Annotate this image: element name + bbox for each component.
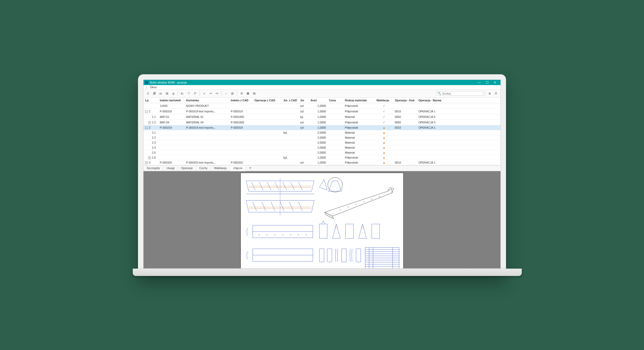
cell-op-kod xyxy=(393,155,417,160)
col-cena[interactable]: Cena xyxy=(328,98,343,103)
new-doc-icon[interactable]: 🗋 xyxy=(145,91,151,96)
grid-icon[interactable]: ▦ xyxy=(245,91,251,96)
table-row[interactable]: 2.42,0000Materiał▲ xyxy=(144,145,500,150)
expander-icon[interactable]: + xyxy=(145,161,148,164)
close-button[interactable]: ✕ xyxy=(491,81,499,84)
svg-point-25 xyxy=(379,196,380,197)
table-row[interactable]: 11843NOWY PRODUKTszt1,0000Półprodukt✓ xyxy=(144,103,500,108)
tab-operacje[interactable]: Operacje xyxy=(178,165,196,171)
cell-indeks-cad xyxy=(229,155,253,160)
warning-icon: ▲ xyxy=(382,131,385,134)
minimize-button[interactable]: — xyxy=(475,81,483,84)
col-walidacja[interactable]: Walidacja xyxy=(375,98,393,103)
table-row[interactable]: −2P-000319P-000319-test importu...P-0003… xyxy=(144,125,500,130)
cell-ilosc: 1,0000 xyxy=(309,103,328,108)
col-operacja-nazwa[interactable]: Operacja - Nazwa xyxy=(417,98,500,103)
maximize-button[interactable]: ☐ xyxy=(483,81,491,84)
table-row[interactable]: 2.22,0000Materiał▲ xyxy=(144,135,500,140)
cell-op-nazwa xyxy=(417,140,500,145)
table-row[interactable]: +2.6kpl.1,0000Półprodukt▲ xyxy=(144,155,500,160)
filter-icon[interactable]: ▽ xyxy=(186,91,192,96)
cell-cena xyxy=(328,130,343,135)
cell-jm: szt xyxy=(299,125,309,130)
cell-kartoteka: P-000319-test importu... xyxy=(185,125,229,130)
svg-line-13 xyxy=(262,202,266,211)
tab-cechy[interactable]: Cechy xyxy=(196,165,211,171)
cell-op-kod xyxy=(393,135,417,140)
menubar: | Okno xyxy=(144,85,500,90)
svg-rect-39 xyxy=(372,224,380,238)
tab-szczegoly[interactable]: Szczegóły xyxy=(144,165,163,171)
cell-jm: kg xyxy=(299,114,309,119)
cell-kartoteka xyxy=(185,130,229,135)
col-indeks-kartoteki[interactable]: Indeks kartoteki xyxy=(158,98,185,103)
svg-rect-45 xyxy=(356,249,361,262)
tab-uwagi[interactable]: Uwagi xyxy=(163,165,178,171)
table-row[interactable]: 2.52,0000Materiał▲ xyxy=(144,150,500,155)
print-icon[interactable]: 🖨 xyxy=(170,91,176,96)
col-lp[interactable]: Lp. xyxy=(144,98,158,103)
cell-ilosc: 1,0000 xyxy=(309,160,328,165)
tree-icon[interactable]: ⊟ xyxy=(239,91,244,96)
cell-jm-cad xyxy=(282,135,299,140)
svg-point-34 xyxy=(306,234,307,235)
cell-ilosc: 1,0000 xyxy=(309,125,328,130)
table-row[interactable]: −1P-000318P-000318-test importu...P-0003… xyxy=(144,108,500,114)
col-jm-z-cad[interactable]: Jm. z CAD xyxy=(282,98,299,103)
col-rodzaj[interactable]: Rodzaj materiału xyxy=(343,98,375,103)
svg-rect-35 xyxy=(319,224,327,238)
copy-icon[interactable]: 🗐 xyxy=(151,91,157,96)
search-input[interactable] xyxy=(442,92,482,95)
cell-cena xyxy=(328,119,343,125)
cell-jm-cad xyxy=(282,140,299,145)
expander-icon[interactable]: + xyxy=(148,121,151,124)
table-row[interactable]: 2.32,0000Materiał▲ xyxy=(144,140,500,145)
width-icon[interactable]: ↔ xyxy=(223,91,229,96)
layout-icon[interactable]: ▤ xyxy=(251,91,257,96)
list-icon[interactable]: ≡ xyxy=(201,91,207,96)
cell-ilosc: 2,0000 xyxy=(309,145,328,150)
filter-clear-icon[interactable]: ▽̸ xyxy=(192,91,198,96)
table-row[interactable]: +3P-000320P-000320-test importu...P-0003… xyxy=(144,160,500,165)
cell-indeks-cad: P-000318 xyxy=(229,108,253,114)
search-box[interactable]: 🔍 xyxy=(436,91,483,96)
save-icon[interactable]: 🖫 xyxy=(164,91,170,96)
col-ilosc[interactable]: Ilość xyxy=(309,98,328,103)
expander-icon[interactable]: + xyxy=(148,156,151,159)
tab-filter-icon[interactable]: ⧩ xyxy=(246,165,254,171)
sort-icon[interactable]: A↓ xyxy=(180,91,185,96)
expander-icon[interactable]: − xyxy=(145,127,148,129)
table-row[interactable]: 2.1kpl.2,0000Materiał▲ xyxy=(144,130,500,135)
cell-ilosc: 2,0000 xyxy=(309,150,328,155)
table-row[interactable]: +1.2MAT-04MATERIAŁ 04P-0001882szt1,0000P… xyxy=(144,119,500,125)
cell-jm-cad xyxy=(282,108,299,114)
col-jm[interactable]: Jm xyxy=(299,98,309,103)
svg-rect-43 xyxy=(327,249,332,262)
arrow-right-icon[interactable]: ↦ xyxy=(214,91,220,96)
col-kartoteka[interactable]: Kartoteka xyxy=(185,98,229,103)
cell-ilosc: 1,0000 xyxy=(309,114,328,119)
open-icon[interactable]: 🗁 xyxy=(158,91,163,96)
cell-indeks: MAT-04 xyxy=(158,119,185,125)
cell-lp: 2.5 xyxy=(152,151,156,154)
expander-icon[interactable]: − xyxy=(145,110,148,113)
col-operacja-z-cad[interactable]: Operacja z CAD xyxy=(253,98,282,103)
menu-icon[interactable]: ☰ xyxy=(493,91,499,96)
cell-rodzaj: Półprodukt xyxy=(343,155,375,160)
col-indeks-z-cad[interactable]: Indeks z CAD xyxy=(229,98,253,103)
arrow-left-icon[interactable]: ↤ xyxy=(208,91,213,96)
bom-grid[interactable]: Lp. Indeks kartoteki Kartoteka Indeks z … xyxy=(144,98,500,165)
cell-rodzaj: Półprodukt xyxy=(343,125,375,130)
page-icon[interactable]: 🗏 xyxy=(487,91,493,96)
cell-operacja-cad xyxy=(253,125,282,130)
table-row[interactable]: 1.1MAT-01MATERIAŁ 01P-0001882kg1,0000Mat… xyxy=(144,114,500,119)
col-operacja-kod[interactable]: Operacja - Kod xyxy=(393,98,417,103)
tab-zdjecie[interactable]: Zdjęcie xyxy=(230,165,246,171)
menu-okno[interactable]: Okno xyxy=(149,85,158,89)
cell-lp: 1.2 xyxy=(152,121,156,124)
svg-point-33 xyxy=(298,234,299,235)
cell-kartoteka xyxy=(185,140,229,145)
cell-jm xyxy=(299,135,309,140)
columns-icon[interactable]: ▥ xyxy=(229,91,235,96)
tab-walidacja[interactable]: Walidacja xyxy=(211,165,230,171)
